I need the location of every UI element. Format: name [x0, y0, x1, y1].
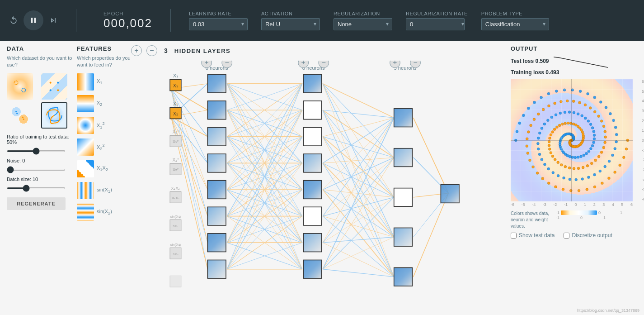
feature-x2-label: X2	[97, 100, 102, 107]
network-svg: 8 neurons + − 8 neurons + −	[131, 61, 506, 310]
feature-x1sq[interactable]: X12	[77, 117, 131, 134]
svg-text:sin(X₁): sin(X₁)	[170, 215, 181, 219]
reg-rate-select[interactable]: 00.0010.0030.01 0.030.10.31310	[406, 18, 465, 30]
feature-x1x2[interactable]: X1X2	[77, 160, 131, 177]
step-button[interactable]	[49, 16, 58, 25]
input-extra[interactable]	[170, 276, 181, 287]
svg-text:X₂²: X₂²	[172, 158, 179, 162]
l1-n8[interactable]	[207, 260, 226, 278]
learning-rate-label: Learning rate	[189, 11, 248, 16]
show-test-data-checkbox[interactable]	[511, 233, 517, 239]
l2-n7[interactable]	[303, 234, 322, 252]
svg-line-130	[323, 118, 394, 216]
svg-text:sX₁: sX₁	[173, 224, 178, 228]
reg-rate-block: Regularization rate 00.0010.0030.01 0.03…	[406, 11, 468, 30]
ratio-group: Ratio of training to test data: 50%	[7, 134, 72, 153]
l1-n5[interactable]	[207, 181, 226, 199]
main-layout: DATA Which dataset do you want to use?	[0, 41, 644, 315]
regenerate-button[interactable]: REGENERATE	[7, 197, 66, 210]
l2-n4[interactable]	[303, 154, 322, 172]
feature-x2sq[interactable]: X22	[77, 138, 131, 156]
feature-x2-thumb	[77, 95, 94, 112]
svg-line-145	[414, 118, 449, 193]
l1-n4[interactable]	[207, 154, 226, 172]
l2-n3[interactable]	[303, 128, 322, 146]
url-watermark: https://blog.csdn.net/qq_31347869	[577, 308, 639, 313]
ratio-slider[interactable]	[7, 150, 66, 152]
features-title: FEATURES	[77, 45, 131, 52]
svg-point-0	[14, 81, 18, 84]
problem-type-select[interactable]: ClassificationRegression	[481, 18, 549, 30]
noise-slider[interactable]	[7, 169, 66, 171]
l3-n5[interactable]	[394, 267, 413, 286]
noise-label: Noise: 0	[7, 158, 72, 163]
dataset-xor[interactable]	[41, 73, 67, 100]
y-axis-labels: 6 5 4 3 2 1 0 -1 -2 -3 -4 -5 -6	[642, 79, 644, 201]
svg-point-3	[57, 89, 59, 91]
dataset-gauss[interactable]	[7, 102, 33, 129]
svg-text:X₁²: X₁²	[173, 139, 179, 144]
l1-n3[interactable]	[207, 128, 226, 146]
l2-n6[interactable]	[303, 207, 322, 225]
l2-n1[interactable]	[303, 74, 322, 93]
l3-n1[interactable]	[394, 109, 413, 127]
show-test-data-label[interactable]: Show test data	[511, 232, 555, 239]
feature-sinx1[interactable]: sin(X1)	[77, 182, 131, 199]
dataset-spiral[interactable]	[41, 102, 67, 129]
feature-x1sq-thumb	[77, 117, 94, 134]
data-desc: Which dataset do you want to use?	[7, 55, 72, 69]
feature-x1x2-label: X1X2	[97, 165, 108, 172]
l2-n5[interactable]	[303, 181, 322, 199]
feature-sinx2-thumb	[77, 204, 94, 221]
color-scale: -1 0 1 -1 0 1	[556, 210, 622, 220]
spiral-canvas	[511, 79, 633, 201]
remove-layer-button[interactable]: −	[146, 45, 157, 56]
feature-x1[interactable]: X1	[77, 73, 131, 91]
batch-slider[interactable]	[7, 187, 66, 189]
svg-text:X₂²: X₂²	[173, 167, 179, 172]
add-layer-button[interactable]: +	[131, 45, 142, 56]
l3-n3[interactable]	[394, 188, 413, 207]
l3-n4[interactable]	[394, 228, 413, 247]
reset-button[interactable]	[9, 16, 18, 25]
hidden-layers-label: HIDDEN LAYERS	[174, 48, 230, 54]
regularization-select[interactable]: NoneL1L2	[334, 18, 392, 30]
output-panel: OUTPUT Test loss 0.509 Training loss 0.4…	[506, 45, 637, 310]
ratio-label: Ratio of training to test data: 50%	[7, 134, 72, 145]
problem-type-select-wrapper: ClassificationRegression	[481, 18, 549, 30]
l1-n2[interactable]	[207, 101, 226, 119]
l2-n8[interactable]	[303, 260, 322, 278]
feature-x2[interactable]: X2	[77, 95, 131, 112]
learning-rate-select[interactable]: 0.000010.00010.001 0.0030.010.03 0.10.31…	[189, 18, 248, 30]
l1-n7[interactable]	[207, 234, 226, 252]
svg-line-137	[323, 197, 394, 243]
l2-n2[interactable]	[303, 101, 322, 119]
discretize-output-checkbox[interactable]	[564, 233, 569, 239]
training-loss-line: Training loss 0.493	[511, 69, 637, 76]
top-bar: Epoch 000,002 Learning rate 0.000010.000…	[0, 0, 644, 41]
l1-n6[interactable]	[207, 207, 226, 225]
svg-line-125	[323, 118, 394, 190]
svg-point-9	[22, 116, 24, 118]
dataset-circles[interactable]	[7, 73, 33, 100]
l3-n2[interactable]	[394, 148, 413, 167]
test-loss-chart	[554, 55, 608, 68]
batch-label: Batch size: 10	[7, 177, 72, 182]
feature-sinx2[interactable]: sin(X2)	[77, 204, 131, 221]
problem-type-label: Problem type	[481, 11, 549, 16]
color-bar	[561, 210, 597, 215]
svg-text:sin(X₂): sin(X₂)	[170, 243, 181, 247]
layers-count: 3	[164, 47, 168, 54]
feature-x1x2-thumb	[77, 160, 94, 177]
svg-point-7	[16, 113, 18, 114]
activation-select[interactable]: ReLUTanhSigmoidLinear	[261, 18, 320, 30]
discretize-output-label[interactable]: Discretize output	[564, 232, 612, 239]
l1-n1[interactable]	[207, 74, 226, 93]
pause-button[interactable]	[24, 10, 43, 30]
output-stats: Test loss 0.509 Training loss 0.493	[511, 55, 637, 76]
noise-group: Noise: 0	[7, 158, 72, 172]
svg-line-110	[323, 110, 394, 118]
regularization-select-wrapper: NoneL1L2	[334, 18, 392, 30]
output-node[interactable]	[441, 185, 459, 203]
bottom-controls: Show test data Discretize output	[511, 232, 637, 239]
